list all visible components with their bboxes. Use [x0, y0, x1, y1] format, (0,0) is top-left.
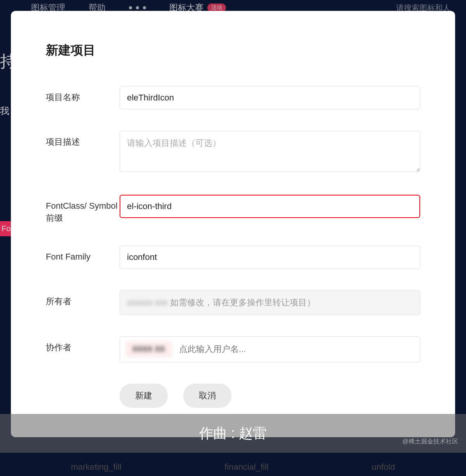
- modal-title: 新建项目: [46, 42, 420, 59]
- form-actions: 新建 取消: [120, 384, 420, 408]
- label-collaborator: 协作者: [46, 336, 120, 354]
- new-project-modal: 新建项目 项目名称 项目描述 FontClass/ Symbol 前缀 Font…: [11, 11, 455, 437]
- owner-hint: 如需修改，请在更多操作里转让项目）: [170, 298, 315, 307]
- input-font-family[interactable]: [120, 246, 420, 269]
- cancel-button[interactable]: 取消: [183, 384, 231, 408]
- collaborator-chip[interactable]: XXXX XX: [125, 341, 172, 357]
- input-owner: xxxxxx xxx 如需修改，请在更多操作里转让项目）: [120, 290, 420, 315]
- textarea-project-desc[interactable]: [120, 131, 420, 172]
- input-fontclass-prefix[interactable]: [120, 195, 420, 218]
- label-owner: 所有者: [46, 290, 120, 308]
- label-fontclass-prefix: FontClass/ Symbol 前缀: [46, 195, 120, 224]
- owner-name-redacted: xxxxxx xxx: [127, 298, 168, 308]
- label-project-desc: 项目描述: [46, 131, 120, 148]
- label-project-name: 项目名称: [46, 86, 120, 104]
- music-bottom-bar: 作曲 : 赵雷: [0, 414, 466, 453]
- music-bar-text: 作曲 : 赵雷: [199, 424, 267, 443]
- field-fontclass-prefix: FontClass/ Symbol 前缀: [46, 195, 420, 224]
- field-font-family: Font Family: [46, 246, 420, 269]
- input-project-name[interactable]: [120, 86, 420, 109]
- field-project-desc: 项目描述: [46, 131, 420, 173]
- field-project-name: 项目名称: [46, 86, 420, 109]
- label-font-family: Font Family: [46, 246, 120, 263]
- field-collaborator: 协作者 XXXX XX: [46, 336, 420, 362]
- field-owner: 所有者 xxxxxx xxx 如需修改，请在更多操作里转让项目）: [46, 290, 420, 315]
- input-collaborator[interactable]: [179, 344, 414, 354]
- create-button[interactable]: 新建: [120, 384, 168, 408]
- watermark: @稀土掘金技术社区: [402, 438, 458, 446]
- collaborator-box[interactable]: XXXX XX: [120, 336, 420, 362]
